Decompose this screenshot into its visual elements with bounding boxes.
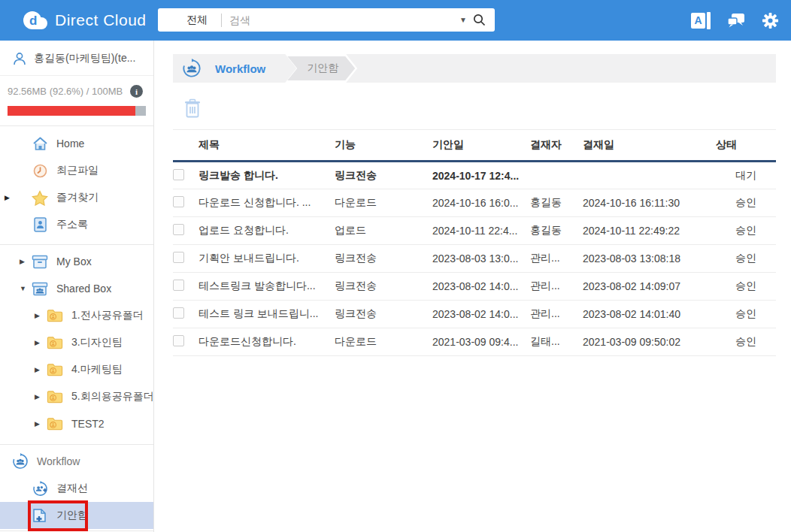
sidebar-item-shared-box[interactable]: ▼ Shared Box xyxy=(0,275,153,302)
cell-function: 링크전송 xyxy=(335,162,432,189)
row-checkbox[interactable] xyxy=(173,252,184,263)
nav-label: 결재선 xyxy=(56,482,88,495)
row-checkbox[interactable] xyxy=(173,307,184,319)
sidebar-item-draft-box[interactable]: 기안함 xyxy=(0,502,153,529)
chevron-down-icon[interactable]: ▼ xyxy=(453,16,473,24)
gear-icon[interactable] xyxy=(762,12,779,29)
table-header-row: 제목 기능 기안일 결재자 결재일 상태 xyxy=(173,130,776,162)
header-status[interactable]: 상태 xyxy=(716,130,776,162)
header-title[interactable]: 제목 xyxy=(199,130,335,162)
cell-draft-date: 2024-10-16 16:0... xyxy=(432,189,530,217)
cell-function: 업로드 xyxy=(335,217,432,245)
trash-icon[interactable] xyxy=(183,98,202,119)
expand-arrow-icon[interactable]: ▶ xyxy=(5,194,10,201)
sidebar-item-favorites[interactable]: ▶ 즐겨찾기 xyxy=(0,184,153,211)
office-a-icon[interactable]: A xyxy=(691,12,711,29)
table-row[interactable]: 테스트 링크 보내드립니... 링크전송 2023-08-02 14:0... … xyxy=(173,301,776,328)
expand-arrow-icon[interactable]: ▶ xyxy=(35,366,40,373)
row-checkbox[interactable] xyxy=(173,224,184,235)
sidebar-folder[interactable]: ▶ 4.마케팅팀 xyxy=(0,356,153,383)
cloud-logo-icon: d xyxy=(23,11,48,30)
sidebar-folder[interactable]: ▶ 1.전사공유폴더 xyxy=(0,302,153,329)
header-approver[interactable]: 결재자 xyxy=(530,130,583,162)
sidebar-folder[interactable]: ▶ TEST2 xyxy=(0,410,153,437)
cell-title[interactable]: 기획안 보내드립니다. xyxy=(199,245,335,273)
info-icon[interactable]: i xyxy=(130,85,143,98)
cell-approval-date: 2023-08-02 14:09:07 xyxy=(583,273,716,301)
cell-title[interactable]: 다운로드신청합니다. xyxy=(199,328,335,356)
sidebar-item-my-box[interactable]: ▶ My Box xyxy=(0,248,153,275)
cell-title[interactable]: 테스트링크 발송합니다... xyxy=(199,273,335,301)
expand-arrow-icon[interactable]: ▶ xyxy=(35,393,40,401)
sidebar-item-address-book[interactable]: 주소록 xyxy=(0,211,153,238)
sidebar-item-approval-line[interactable]: 결재선 xyxy=(0,475,153,502)
workflow-breadcrumb-icon xyxy=(182,59,202,78)
nav-label: Shared Box xyxy=(56,283,111,295)
home-icon xyxy=(32,137,48,151)
cell-title[interactable]: 다운로드 신청합니다. ... xyxy=(199,189,335,217)
header-draft-date[interactable]: 기안일 xyxy=(432,130,530,162)
cell-title[interactable]: 업로드 요청합니다. xyxy=(199,217,335,245)
folder-label: TEST2 xyxy=(71,418,105,430)
cell-status: 대기 xyxy=(716,162,776,189)
sidebar-folder[interactable]: ▶ 3.디자인팀 xyxy=(0,329,153,356)
header-approval-date[interactable]: 결재일 xyxy=(583,130,716,162)
shared-folder-icon xyxy=(47,309,63,322)
nav-label: My Box xyxy=(56,255,92,268)
cell-approver: 홍길동 xyxy=(530,189,583,217)
table-row[interactable]: 링크발송 합니다. 링크전송 2024-10-17 12:4... 대기 xyxy=(173,162,776,189)
chat-icon[interactable] xyxy=(727,12,745,29)
top-icon-group: A xyxy=(691,0,779,41)
brand-name: Direct Cloud xyxy=(55,11,147,29)
draft-table: 제목 기능 기안일 결재자 결재일 상태 링크발송 합니다. 링크전송 2024… xyxy=(173,129,776,356)
header-function[interactable]: 기능 xyxy=(335,130,432,162)
user-profile[interactable]: 홍길동(마케팅팀)(te... xyxy=(0,41,153,76)
breadcrumb-root[interactable]: Workflow xyxy=(215,62,265,75)
storage-usage-text: 92.56MB (92.6%) / 100MB xyxy=(8,86,123,97)
cell-approval-date: 2021-03-09 09:50:02 xyxy=(583,328,716,356)
star-icon xyxy=(32,190,48,206)
table-row[interactable]: 테스트링크 발송합니다... 링크전송 2023-08-02 14:0... 관… xyxy=(173,273,776,301)
brand-logo[interactable]: d Direct Cloud xyxy=(23,11,150,30)
cell-status: 승인 xyxy=(716,217,776,245)
folder-label: 4.마케팅팀 xyxy=(71,363,123,376)
expand-arrow-icon[interactable]: ▶ xyxy=(35,420,40,428)
cell-approval-date: 2023-08-03 13:08:18 xyxy=(583,245,716,273)
table-row[interactable]: 기획안 보내드립니다. 링크전송 2023-08-03 13:0... 관리..… xyxy=(173,245,776,273)
row-checkbox[interactable] xyxy=(173,169,184,180)
cell-draft-date: 2024-10-17 12:4... xyxy=(432,162,530,189)
top-header-bar: d Direct Cloud 전체 ▼ A xyxy=(0,0,791,41)
table-row[interactable]: 다운로드신청합니다. 다운로드 2021-03-09 09:4... 길태...… xyxy=(173,328,776,356)
row-checkbox[interactable] xyxy=(173,280,184,291)
sidebar: 홍길동(마케팅팀)(te... 92.56MB (92.6%) / 100MB … xyxy=(0,41,154,532)
sidebar-item-workflow[interactable]: Workflow xyxy=(0,448,153,475)
sidebar-item-home[interactable]: Home xyxy=(0,130,153,157)
table-row[interactable]: 다운로드 신청합니다. ... 다운로드 2024-10-16 16:0... … xyxy=(173,189,776,217)
cell-draft-date: 2024-10-11 22:4... xyxy=(432,217,530,245)
search-scope-select[interactable]: 전체 xyxy=(158,14,221,27)
user-name: 홍길동(마케팅팀)(te... xyxy=(34,52,135,65)
sidebar-folder[interactable]: ▶ 5.회의용공유폴더 xyxy=(0,383,153,410)
expand-arrow-icon[interactable]: ▶ xyxy=(35,312,40,319)
svg-text:d: d xyxy=(29,14,37,28)
search-icon[interactable] xyxy=(473,14,486,26)
cell-status: 승인 xyxy=(716,273,776,301)
shared-folder-icon xyxy=(47,336,63,349)
nav-label: 즐겨찾기 xyxy=(56,191,98,204)
expand-arrow-icon[interactable]: ▶ xyxy=(35,339,40,346)
cell-title[interactable]: 테스트 링크 보내드립니... xyxy=(199,301,335,328)
expand-arrow-icon[interactable]: ▶ xyxy=(20,258,25,265)
storage-progress-bar xyxy=(8,106,146,116)
address-book-icon xyxy=(32,217,48,232)
row-checkbox[interactable] xyxy=(173,196,184,207)
cell-approver: 관리... xyxy=(530,273,583,301)
sidebar-item-recent-files[interactable]: 최근파일 xyxy=(0,157,153,184)
cell-status: 승인 xyxy=(716,301,776,328)
table-row[interactable]: 업로드 요청합니다. 업로드 2024-10-11 22:4... 홍길동 20… xyxy=(173,217,776,245)
cell-title[interactable]: 링크발송 합니다. xyxy=(199,162,335,189)
breadcrumb-current[interactable]: 기안함 xyxy=(287,56,355,80)
collapse-arrow-icon[interactable]: ▼ xyxy=(20,285,26,292)
cell-function: 다운로드 xyxy=(335,328,432,356)
row-checkbox[interactable] xyxy=(173,335,184,346)
search-input[interactable] xyxy=(222,14,453,26)
